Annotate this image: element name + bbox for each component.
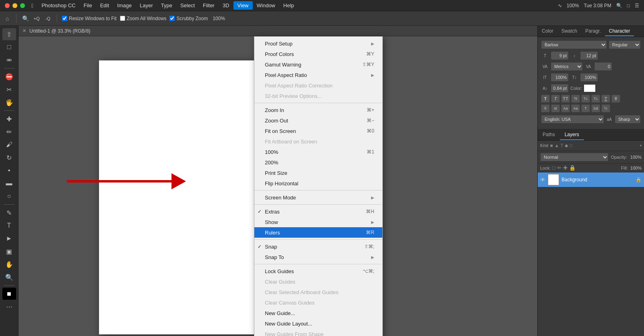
layer-background-row[interactable]: 👁 Background 🔒 xyxy=(538,172,644,187)
menu-item-gamut-warning[interactable]: Gamut Warning ⇧⌘Y xyxy=(254,59,382,70)
tab-layers[interactable]: Layers xyxy=(560,129,584,140)
crop-tool[interactable]: ✂ xyxy=(2,83,16,95)
quick-select-tool[interactable]: ⛔ xyxy=(2,71,16,83)
swash-btn[interactable]: Aa xyxy=(571,104,580,112)
tab-swatch[interactable]: Swatch xyxy=(557,27,581,36)
zoom-in-btn[interactable]: +Q xyxy=(33,15,41,23)
menu-filter[interactable]: Filter xyxy=(199,1,219,10)
antialias-select[interactable]: Sharp xyxy=(615,115,641,124)
resize-windows-checkbox[interactable]: Resize Windows to Fit xyxy=(62,16,117,21)
zoom-all-input[interactable] xyxy=(120,16,125,21)
menu-help[interactable]: Help xyxy=(279,1,298,10)
brush-tool[interactable]: ✏ xyxy=(2,126,16,138)
eraser-tool[interactable]: ▪ xyxy=(2,164,16,176)
smallcaps-btn[interactable]: Tt xyxy=(571,95,580,103)
scale-h-input[interactable] xyxy=(551,73,569,82)
more-tools[interactable]: ⋯ xyxy=(2,301,16,313)
maximize-button[interactable] xyxy=(20,3,25,8)
menu-item-100[interactable]: 100% ⌘1 xyxy=(254,147,382,157)
zoom-in-icon[interactable]: 🔍 xyxy=(21,15,29,23)
color-swatch[interactable] xyxy=(584,84,596,92)
italic-btn[interactable]: T xyxy=(551,95,560,103)
menu-item-new-guide[interactable]: New Guide... xyxy=(254,308,382,318)
menu-icon[interactable]: ☰ xyxy=(635,3,639,8)
dodge-tool[interactable]: ○ xyxy=(2,190,16,202)
menu-select[interactable]: Select xyxy=(176,1,199,10)
menu-item-200[interactable]: 200% xyxy=(254,157,382,168)
discretionary-btn[interactable]: st xyxy=(551,104,560,112)
tab-paths[interactable]: Paths xyxy=(538,129,560,140)
line-height-input[interactable] xyxy=(580,51,598,60)
underline-btn[interactable]: T xyxy=(601,95,610,103)
menu-item-print-size[interactable]: Print Size xyxy=(254,168,382,178)
filter-type-icon[interactable]: T xyxy=(561,143,564,148)
menu-image[interactable]: Image xyxy=(113,1,136,10)
menu-item-show[interactable]: Show ▶ xyxy=(254,217,382,227)
stamp-tool[interactable]: 🖌 xyxy=(2,139,16,151)
kerning-input[interactable] xyxy=(594,62,612,71)
scrubby-zoom-checkbox[interactable]: Scrubby Zoom xyxy=(169,16,208,21)
zoom-all-checkbox[interactable]: Zoom All Windows xyxy=(120,16,167,21)
filter-pixel-icon[interactable]: ■ xyxy=(550,143,553,148)
foreground-color[interactable]: ■ xyxy=(2,288,16,300)
healing-tool[interactable]: ✚ xyxy=(2,113,16,125)
filter-shape-icon[interactable]: ◆ xyxy=(565,143,568,148)
menu-item-extras[interactable]: ✓ Extras ⌘H xyxy=(254,206,382,217)
tracking-type-select[interactable]: Metrics xyxy=(551,62,583,71)
contextual-btn[interactable]: 1st xyxy=(591,104,600,112)
menu-item-snap-to[interactable]: Snap To ▶ xyxy=(254,252,382,262)
superscript-btn[interactable]: T1 xyxy=(581,95,590,103)
lock-transparent-icon[interactable]: □ xyxy=(552,165,555,171)
tab-close-icon[interactable]: ✕ xyxy=(23,28,26,33)
menu-type[interactable]: Type xyxy=(157,1,176,10)
gradient-tool[interactable]: ▬ xyxy=(2,177,16,189)
menu-item-zoom-out[interactable]: Zoom Out ⌘− xyxy=(254,115,382,126)
menu-item-pixel-aspect-ratio[interactable]: Pixel Aspect Ratio ▶ xyxy=(254,70,382,80)
menu-item-rulers[interactable]: Rulers ⌘R xyxy=(254,227,382,238)
blend-mode-select[interactable]: Normal xyxy=(540,153,609,162)
menu-item-flip-horizontal[interactable]: Flip Horizontal xyxy=(254,178,382,189)
menu-item-zoom-in[interactable]: Zoom In ⌘+ xyxy=(254,105,382,115)
subscript-btn[interactable]: T1 xyxy=(591,95,600,103)
menu-item-proof-setup[interactable]: Proof Setup ▶ xyxy=(254,38,382,49)
lasso-tool[interactable]: ⚮ xyxy=(2,54,16,66)
search-icon[interactable]: 🔍 xyxy=(616,3,622,8)
type-tool[interactable]: T xyxy=(2,220,16,232)
font-family-select[interactable]: Barlow xyxy=(541,40,607,49)
history-brush-tool[interactable]: ↻ xyxy=(2,151,16,164)
strikethrough-btn[interactable]: T xyxy=(611,95,620,103)
close-button[interactable] xyxy=(5,3,10,8)
path-select-tool[interactable]: ► xyxy=(2,232,16,245)
move-tool[interactable]: ⇧ xyxy=(2,28,16,40)
scrubby-zoom-input[interactable] xyxy=(169,16,175,21)
home-icon[interactable]: ⌂ xyxy=(3,15,11,23)
hand-tool[interactable]: ✋ xyxy=(2,258,16,270)
ligatures-btn[interactable]: fi xyxy=(541,104,550,112)
ordinal-btn[interactable]: Aa xyxy=(561,104,570,112)
language-select[interactable]: English: USA xyxy=(541,115,604,124)
menu-edit[interactable]: Edit xyxy=(96,1,113,10)
marquee-tool[interactable]: □ xyxy=(2,41,16,53)
filter-smartobj-icon[interactable]: □ xyxy=(570,143,572,148)
resize-windows-input[interactable] xyxy=(62,16,67,21)
minimize-button[interactable] xyxy=(12,3,17,8)
menu-window[interactable]: Window xyxy=(253,1,279,10)
pen-tool[interactable]: ✎ xyxy=(2,207,16,219)
tab-paragraph[interactable]: Paragr. xyxy=(581,27,605,36)
menu-item-new-guide-layout[interactable]: New Guide Layout... xyxy=(254,318,382,329)
layer-visibility-icon[interactable]: 👁 xyxy=(540,177,545,183)
menu-item-lock-guides[interactable]: Lock Guides ⌥⌘; xyxy=(254,266,382,276)
menu-item-screen-mode[interactable]: Screen Mode ▶ xyxy=(254,192,382,203)
fractions-btn[interactable]: ½ xyxy=(601,104,610,112)
menu-3d[interactable]: 3D xyxy=(219,1,233,10)
lock-all-icon[interactable]: 🔒 xyxy=(569,165,576,171)
eyedropper-tool[interactable]: 🖐 xyxy=(2,96,16,108)
filter-adjust-icon[interactable]: ▲ xyxy=(555,143,559,148)
tab-character[interactable]: Character xyxy=(605,27,634,36)
zoom-out-btn[interactable]: -Q xyxy=(44,15,52,23)
menu-file[interactable]: File xyxy=(80,1,96,10)
lock-pixels-icon[interactable]: ✏ xyxy=(557,165,561,171)
font-style-select[interactable]: Regular xyxy=(609,40,641,49)
tab-color[interactable]: Color xyxy=(538,27,557,36)
lock-position-icon[interactable]: ✚ xyxy=(563,165,568,171)
